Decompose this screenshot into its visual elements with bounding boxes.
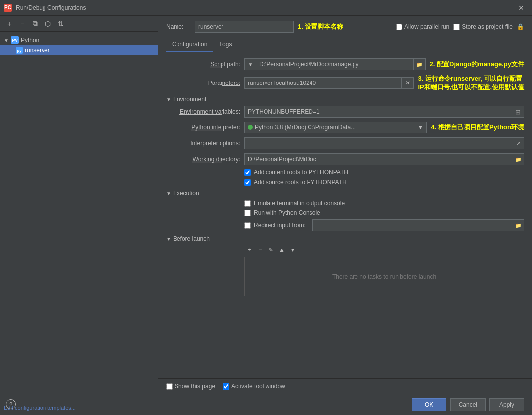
interpreter-options-expand-btn[interactable]: ⤢	[512, 137, 524, 149]
working-dir-input[interactable]	[244, 153, 512, 165]
store-project-info-icon[interactable]: 🔒	[517, 23, 524, 30]
content-roots-row: Add content roots to PYTHONPATH	[166, 169, 524, 176]
parameters-input-group: ✕	[244, 77, 414, 89]
allow-parallel-checkbox[interactable]	[396, 24, 402, 30]
emulate-terminal-row: Emulate terminal in output console	[166, 200, 524, 207]
redirect-input-row: Redirect input from: 📁	[166, 219, 524, 231]
allow-parallel-label: Allow parallel run	[404, 23, 449, 30]
sort-config-button[interactable]: ⇅	[55, 18, 66, 29]
parameters-input[interactable]	[244, 77, 402, 89]
tab-logs[interactable]: Logs	[213, 38, 238, 52]
emulate-terminal-label: Emulate terminal in output console	[254, 200, 345, 207]
interpreter-value: Python 3.8 (MrDoc) C:\ProgramData...	[255, 124, 418, 131]
move-config-button[interactable]: ⬡	[43, 18, 53, 29]
help-button[interactable]: ?	[6, 399, 16, 409]
env-vars-row: Environment variables: ⊞	[166, 106, 524, 118]
tab-configuration[interactable]: Configuration	[166, 38, 213, 52]
env-vars-label: Environment variables:	[166, 108, 240, 115]
script-path-input[interactable]	[256, 58, 414, 70]
sidebar-toolbar: + − ⧉ ⬡ ⇅	[0, 16, 158, 32]
env-vars-edit-btn[interactable]: ⊞	[512, 106, 524, 118]
title-bar-text: Run/Debug Configurations	[16, 4, 86, 11]
run-python-console-row: Run with Python Console	[166, 209, 524, 216]
cancel-button[interactable]: Cancel	[450, 398, 486, 411]
sidebar: + − ⧉ ⬡ ⇅ ▼ Py Python py runserver Edit …	[0, 16, 158, 415]
runserver-icon: py	[16, 47, 23, 54]
tree-group-python-label: Python	[21, 37, 39, 43]
source-roots-row: Add source roots to PYTHONPATH	[166, 179, 524, 186]
before-launch-toolbar: + − ✎ ▲ ▼	[166, 245, 524, 255]
interpreter-options-row: Interpreter options: ⤢	[166, 137, 524, 149]
script-path-browse-btn[interactable]: 📁	[414, 58, 426, 70]
before-launch-edit-btn[interactable]: ✎	[266, 245, 276, 255]
python-interpreter-select[interactable]: Python 3.8 (MrDoc) C:\ProgramData... ▼	[244, 122, 427, 133]
activate-tool-checkbox[interactable]	[223, 383, 229, 390]
tabs-row: Configuration Logs	[158, 38, 532, 52]
before-launch-remove-btn[interactable]: −	[255, 245, 265, 255]
store-project-checkbox[interactable]	[453, 24, 460, 30]
parameters-clear-btn[interactable]: ✕	[402, 77, 414, 89]
ok-button[interactable]: OK	[412, 398, 446, 411]
parameters-label: Parameters:	[166, 80, 240, 86]
title-bar: PC Run/Debug Configurations ✕	[0, 0, 532, 16]
script-path-input-group: ▼ 📁	[244, 58, 426, 70]
tree-item-runserver[interactable]: py runserver	[0, 45, 158, 55]
activate-tool-label: Activate tool window	[231, 383, 285, 390]
show-page-checkbox[interactable]	[166, 383, 173, 390]
name-label: Name:	[166, 23, 191, 30]
allow-parallel-row: Allow parallel run	[396, 23, 449, 30]
emulate-terminal-checkbox[interactable]	[244, 200, 251, 207]
run-python-console-checkbox[interactable]	[244, 210, 251, 216]
python-interpreter-row: Python interpreter: Python 3.8 (MrDoc) C…	[166, 122, 524, 133]
tree-group-python: ▼ Py Python py runserver	[0, 34, 158, 56]
redirect-input-group: 📁	[312, 219, 524, 231]
interpreter-options-input[interactable]	[244, 137, 512, 149]
apply-button[interactable]: Apply	[489, 398, 524, 411]
python-interpreter-label: Python interpreter:	[166, 124, 240, 131]
activate-tool-item: Activate tool window	[223, 383, 285, 390]
add-config-button[interactable]: +	[4, 18, 15, 29]
python-group-icon: Py	[11, 36, 19, 44]
name-input[interactable]	[195, 21, 294, 33]
execution-section-header[interactable]: ▼ Execution	[166, 190, 524, 197]
interpreter-options-label: Interpreter options:	[166, 140, 240, 147]
content-roots-checkbox[interactable]	[244, 169, 251, 176]
no-tasks-text: There are no tasks to run before launch	[332, 273, 436, 280]
before-launch-up-btn[interactable]: ▲	[277, 245, 287, 255]
env-vars-input-group: ⊞	[244, 106, 524, 118]
python-interpreter-annotation: 4. 根据自己项目配置Python环境	[431, 123, 524, 132]
execution-section-arrow: ▼	[166, 191, 171, 196]
before-launch-down-btn[interactable]: ▼	[288, 245, 298, 255]
store-project-label: Store as project file	[462, 23, 513, 30]
before-launch-area: There are no tasks to run before launch	[244, 257, 524, 296]
redirect-input-field[interactable]	[312, 219, 512, 231]
show-page-item: Show this page	[166, 383, 215, 390]
redirect-input-browse-btn[interactable]: 📁	[512, 219, 524, 231]
redirect-input-label: Redirect input from:	[254, 222, 306, 229]
before-launch-section: ▼ Before launch + − ✎ ▲ ▼ There are no t…	[166, 235, 524, 296]
source-roots-checkbox[interactable]	[244, 179, 251, 186]
working-dir-browse-btn[interactable]: 📁	[512, 153, 524, 165]
before-launch-section-arrow: ▼	[166, 236, 171, 242]
config-content: Script path: ▼ 📁 2. 配置Django的manage.py文件…	[158, 52, 532, 378]
copy-config-button[interactable]: ⧉	[30, 18, 41, 29]
remove-config-button[interactable]: −	[17, 18, 28, 29]
interpreter-options-input-group: ⤢	[244, 137, 524, 149]
working-dir-row: Working directory: 📁	[166, 153, 524, 165]
environment-section-arrow: ▼	[166, 97, 171, 102]
before-launch-add-btn[interactable]: +	[244, 245, 254, 255]
working-dir-label: Working directory:	[166, 156, 240, 163]
before-launch-section-header[interactable]: ▼ Before launch	[166, 235, 524, 242]
environment-section-header[interactable]: ▼ Environment	[166, 96, 524, 103]
tree-group-python-header[interactable]: ▼ Py Python	[0, 35, 158, 45]
close-button[interactable]: ✕	[514, 2, 528, 14]
script-path-annotation: 2. 配置Django的manage.py文件	[430, 60, 524, 69]
env-vars-input[interactable]	[244, 106, 512, 118]
redirect-input-checkbox[interactable]	[244, 222, 251, 229]
dialog-footer: OK Cancel Apply	[158, 394, 532, 415]
config-tree: ▼ Py Python py runserver	[0, 32, 158, 400]
script-path-label: Script path:	[166, 61, 240, 68]
store-project-row: Store as project file 🔒	[453, 23, 524, 30]
interpreter-select-arrow: ▼	[418, 124, 424, 131]
script-path-dropdown[interactable]: ▼	[244, 58, 256, 70]
